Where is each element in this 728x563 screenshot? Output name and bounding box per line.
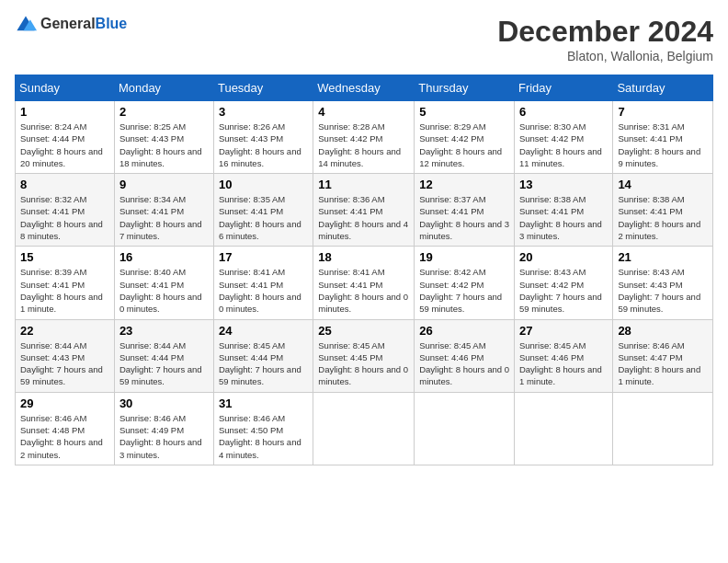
day-number: 16 — [119, 250, 209, 264]
table-row: 21Sunrise: 8:43 AMSunset: 4:43 PMDayligh… — [613, 247, 713, 319]
table-row: 8Sunrise: 8:32 AMSunset: 4:41 PMDaylight… — [16, 174, 115, 247]
calendar-week-row: 1Sunrise: 8:24 AMSunset: 4:44 PMDaylight… — [16, 101, 713, 174]
day-info: Sunrise: 8:45 AMSunset: 4:44 PMDaylight:… — [219, 340, 301, 387]
table-row: 3Sunrise: 8:26 AMSunset: 4:43 PMDaylight… — [213, 101, 313, 174]
calendar-week-row: 8Sunrise: 8:32 AMSunset: 4:41 PMDaylight… — [16, 174, 713, 247]
day-info: Sunrise: 8:29 AMSunset: 4:42 PMDaylight:… — [419, 121, 502, 168]
col-tuesday: Tuesday — [213, 75, 313, 101]
table-row — [514, 392, 612, 465]
day-info: Sunrise: 8:38 AMSunset: 4:41 PMDaylight:… — [618, 194, 700, 241]
day-number: 10 — [219, 178, 308, 191]
day-number: 18 — [318, 250, 409, 264]
day-number: 17 — [219, 250, 308, 264]
day-number: 23 — [119, 324, 209, 338]
day-number: 25 — [318, 324, 409, 338]
calendar-week-row: 15Sunrise: 8:39 AMSunset: 4:41 PMDayligh… — [16, 247, 713, 319]
day-number: 5 — [419, 105, 509, 119]
day-number: 28 — [618, 324, 708, 338]
table-row: 25Sunrise: 8:45 AMSunset: 4:45 PMDayligh… — [313, 319, 415, 392]
table-row: 17Sunrise: 8:41 AMSunset: 4:41 PMDayligh… — [213, 247, 313, 319]
table-row: 20Sunrise: 8:43 AMSunset: 4:42 PMDayligh… — [514, 247, 612, 319]
day-number: 2 — [119, 105, 209, 119]
day-number: 13 — [519, 178, 608, 191]
day-info: Sunrise: 8:42 AMSunset: 4:42 PMDaylight:… — [419, 267, 502, 314]
table-row: 29Sunrise: 8:46 AMSunset: 4:48 PMDayligh… — [16, 392, 115, 465]
col-friday: Friday — [514, 75, 612, 101]
day-info: Sunrise: 8:38 AMSunset: 4:41 PMDaylight:… — [519, 194, 602, 241]
logo-general: General — [40, 16, 96, 31]
day-info: Sunrise: 8:45 AMSunset: 4:46 PMDaylight:… — [419, 340, 509, 387]
logo: GeneralBlue — [15, 15, 127, 33]
table-row — [313, 392, 415, 465]
day-number: 11 — [318, 178, 409, 191]
day-info: Sunrise: 8:44 AMSunset: 4:44 PMDaylight:… — [119, 340, 202, 387]
table-row: 1Sunrise: 8:24 AMSunset: 4:44 PMDaylight… — [16, 101, 115, 174]
day-info: Sunrise: 8:32 AMSunset: 4:41 PMDaylight:… — [20, 194, 103, 241]
day-number: 20 — [519, 250, 608, 264]
table-row: 30Sunrise: 8:46 AMSunset: 4:49 PMDayligh… — [114, 392, 213, 465]
table-row: 2Sunrise: 8:25 AMSunset: 4:43 PMDaylight… — [114, 101, 213, 174]
table-row: 14Sunrise: 8:38 AMSunset: 4:41 PMDayligh… — [613, 174, 713, 247]
calendar-week-row: 22Sunrise: 8:44 AMSunset: 4:43 PMDayligh… — [16, 319, 713, 392]
day-number: 24 — [219, 324, 308, 338]
calendar-header-row: Sunday Monday Tuesday Wednesday Thursday… — [16, 75, 713, 101]
day-info: Sunrise: 8:46 AMSunset: 4:47 PMDaylight:… — [618, 340, 700, 387]
day-number: 21 — [618, 250, 708, 264]
table-row: 15Sunrise: 8:39 AMSunset: 4:41 PMDayligh… — [16, 247, 115, 319]
table-row: 4Sunrise: 8:28 AMSunset: 4:42 PMDaylight… — [313, 101, 415, 174]
day-number: 26 — [419, 324, 509, 338]
day-info: Sunrise: 8:46 AMSunset: 4:50 PMDaylight:… — [219, 413, 301, 460]
day-number: 9 — [119, 178, 209, 191]
logo-icon — [15, 15, 37, 33]
table-row — [415, 392, 515, 465]
day-number: 8 — [20, 178, 109, 191]
table-row: 12Sunrise: 8:37 AMSunset: 4:41 PMDayligh… — [415, 174, 515, 247]
col-saturday: Saturday — [613, 75, 713, 101]
table-row: 7Sunrise: 8:31 AMSunset: 4:41 PMDaylight… — [613, 101, 713, 174]
table-row: 26Sunrise: 8:45 AMSunset: 4:46 PMDayligh… — [415, 319, 515, 392]
day-number: 31 — [219, 396, 308, 410]
day-info: Sunrise: 8:35 AMSunset: 4:41 PMDaylight:… — [219, 194, 301, 241]
calendar-week-row: 29Sunrise: 8:46 AMSunset: 4:48 PMDayligh… — [16, 392, 713, 465]
location: Blaton, Wallonia, Belgium — [497, 49, 713, 63]
day-number: 30 — [119, 396, 209, 410]
day-info: Sunrise: 8:31 AMSunset: 4:41 PMDaylight:… — [618, 121, 700, 168]
day-info: Sunrise: 8:41 AMSunset: 4:41 PMDaylight:… — [219, 267, 301, 314]
col-monday: Monday — [114, 75, 213, 101]
table-row: 9Sunrise: 8:34 AMSunset: 4:41 PMDaylight… — [114, 174, 213, 247]
day-info: Sunrise: 8:25 AMSunset: 4:43 PMDaylight:… — [119, 121, 202, 168]
table-row: 23Sunrise: 8:44 AMSunset: 4:44 PMDayligh… — [114, 319, 213, 392]
table-row: 16Sunrise: 8:40 AMSunset: 4:41 PMDayligh… — [114, 247, 213, 319]
day-number: 29 — [20, 396, 109, 410]
day-info: Sunrise: 8:44 AMSunset: 4:43 PMDaylight:… — [20, 340, 103, 387]
table-row: 6Sunrise: 8:30 AMSunset: 4:42 PMDaylight… — [514, 101, 612, 174]
table-row: 28Sunrise: 8:46 AMSunset: 4:47 PMDayligh… — [613, 319, 713, 392]
day-info: Sunrise: 8:40 AMSunset: 4:41 PMDaylight:… — [119, 267, 202, 314]
day-info: Sunrise: 8:28 AMSunset: 4:42 PMDaylight:… — [318, 121, 401, 168]
table-row: 27Sunrise: 8:45 AMSunset: 4:46 PMDayligh… — [514, 319, 612, 392]
col-wednesday: Wednesday — [313, 75, 415, 101]
day-info: Sunrise: 8:45 AMSunset: 4:45 PMDaylight:… — [318, 340, 408, 387]
col-thursday: Thursday — [415, 75, 515, 101]
day-number: 19 — [419, 250, 509, 264]
day-info: Sunrise: 8:43 AMSunset: 4:42 PMDaylight:… — [519, 267, 602, 314]
table-row: 24Sunrise: 8:45 AMSunset: 4:44 PMDayligh… — [213, 319, 313, 392]
month-title: December 2024 — [497, 15, 713, 49]
calendar-table: Sunday Monday Tuesday Wednesday Thursday… — [15, 75, 713, 465]
day-info: Sunrise: 8:26 AMSunset: 4:43 PMDaylight:… — [219, 121, 301, 168]
day-number: 14 — [618, 178, 708, 191]
day-info: Sunrise: 8:41 AMSunset: 4:41 PMDaylight:… — [318, 267, 408, 314]
day-info: Sunrise: 8:37 AMSunset: 4:41 PMDaylight:… — [419, 194, 509, 241]
day-info: Sunrise: 8:39 AMSunset: 4:41 PMDaylight:… — [20, 267, 103, 314]
day-number: 12 — [419, 178, 509, 191]
col-sunday: Sunday — [16, 75, 115, 101]
table-row: 22Sunrise: 8:44 AMSunset: 4:43 PMDayligh… — [16, 319, 115, 392]
day-number: 1 — [20, 105, 109, 119]
logo-blue: Blue — [96, 16, 128, 31]
table-row: 10Sunrise: 8:35 AMSunset: 4:41 PMDayligh… — [213, 174, 313, 247]
day-number: 15 — [20, 250, 109, 264]
day-number: 7 — [618, 105, 708, 119]
title-block: December 2024 Blaton, Wallonia, Belgium — [497, 15, 713, 63]
table-row: 19Sunrise: 8:42 AMSunset: 4:42 PMDayligh… — [415, 247, 515, 319]
day-info: Sunrise: 8:30 AMSunset: 4:42 PMDaylight:… — [519, 121, 602, 168]
